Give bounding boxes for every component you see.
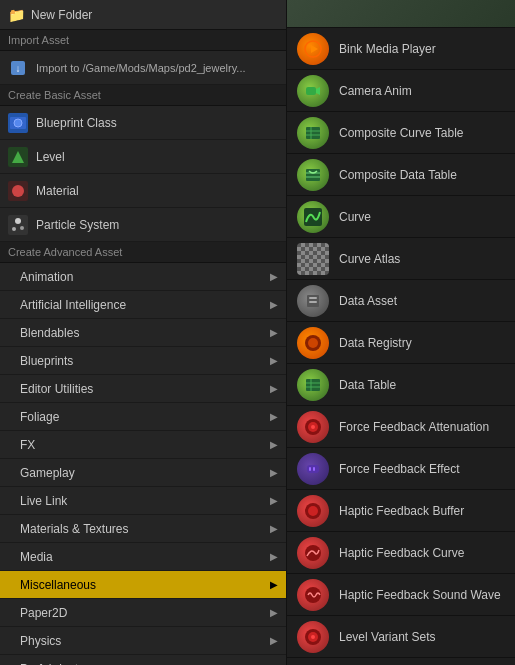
svg-rect-38 xyxy=(309,467,311,471)
editor-utilities-label: Editor Utilities xyxy=(20,382,270,396)
right-item-level-variant-sets[interactable]: Level Variant Sets xyxy=(287,616,515,658)
svg-point-10 xyxy=(12,227,16,231)
advanced-item-prefabricator[interactable]: Prefabricator ▶ xyxy=(0,655,286,665)
blueprint-label: Blueprint Class xyxy=(36,116,278,130)
data-asset-label: Data Asset xyxy=(339,294,397,308)
blendables-label: Blendables xyxy=(20,326,270,340)
svg-rect-27 xyxy=(309,301,317,303)
advanced-item-foliage[interactable]: Foliage ▶ xyxy=(0,403,286,431)
data-table-icon xyxy=(297,369,329,401)
level-variant-sets-icon xyxy=(297,621,329,653)
media-label: Media xyxy=(20,550,270,564)
import-icon: ↓ xyxy=(8,58,28,78)
import-asset-header: Import Asset xyxy=(0,30,286,51)
composite-data-table-label: Composite Data Table xyxy=(339,168,457,182)
camera-anim-icon xyxy=(297,75,329,107)
top-image-bar xyxy=(287,0,515,28)
advanced-item-miscellaneous[interactable]: Miscellaneous ▶ xyxy=(0,571,286,599)
composite-data-table-icon xyxy=(297,159,329,191)
force-feedback-attenuation-label: Force Feedback Attenuation xyxy=(339,420,489,434)
import-asset-item[interactable]: ↓ Import to /Game/Mods/Maps/pd2_jewelry.… xyxy=(0,51,286,85)
svg-point-46 xyxy=(311,635,315,639)
bink-media-player-label: Bink Media Player xyxy=(339,42,436,56)
left-panel: 📁 New Folder Import Asset ↓ Import to /G… xyxy=(0,0,287,665)
create-advanced-header: Create Advanced Asset xyxy=(0,242,286,263)
advanced-item-paper2d[interactable]: Paper2D ▶ xyxy=(0,599,286,627)
fx-label: FX xyxy=(20,438,270,452)
right-item-camera-anim[interactable]: Camera Anim xyxy=(287,70,515,112)
right-item-force-feedback-attenuation[interactable]: Force Feedback Attenuation xyxy=(287,406,515,448)
force-feedback-effect-icon xyxy=(297,453,329,485)
advanced-item-fx[interactable]: FX ▶ xyxy=(0,431,286,459)
data-registry-icon xyxy=(297,327,329,359)
blendables-arrow: ▶ xyxy=(270,327,278,338)
svg-point-11 xyxy=(15,218,21,224)
blueprints-label: Blueprints xyxy=(20,354,270,368)
create-basic-header: Create Basic Asset xyxy=(0,85,286,106)
material-label: Material xyxy=(36,184,278,198)
advanced-item-gameplay[interactable]: Gameplay ▶ xyxy=(0,459,286,487)
animation-label: Animation xyxy=(20,270,270,284)
right-item-data-asset[interactable]: Data Asset xyxy=(287,280,515,322)
particle-label: Particle System xyxy=(36,218,278,232)
basic-item-material[interactable]: Material xyxy=(0,174,286,208)
right-item-haptic-feedback-curve[interactable]: Haptic Feedback Curve xyxy=(287,532,515,574)
particle-icon xyxy=(8,215,28,235)
basic-item-level[interactable]: Level xyxy=(0,140,286,174)
svg-rect-17 xyxy=(306,127,320,139)
basic-item-blueprint[interactable]: Blueprint Class xyxy=(0,106,286,140)
advanced-item-materials-textures[interactable]: Materials & Textures ▶ xyxy=(0,515,286,543)
right-item-curve-atlas[interactable]: Curve Atlas xyxy=(287,238,515,280)
right-item-bink-media-player[interactable]: Bink Media Player xyxy=(287,28,515,70)
force-feedback-effect-label: Force Feedback Effect xyxy=(339,462,460,476)
blueprints-arrow: ▶ xyxy=(270,355,278,366)
right-item-data-table[interactable]: Data Table xyxy=(287,364,515,406)
haptic-feedback-sound-wave-icon xyxy=(297,579,329,611)
right-item-composite-curve-table[interactable]: Composite Curve Table xyxy=(287,112,515,154)
foliage-arrow: ▶ xyxy=(270,411,278,422)
force-feedback-attenuation-icon xyxy=(297,411,329,443)
basic-item-particle[interactable]: Particle System xyxy=(0,208,286,242)
advanced-item-ai[interactable]: Artificial Intelligence ▶ xyxy=(0,291,286,319)
right-item-composite-data-table[interactable]: Composite Data Table xyxy=(287,154,515,196)
live-link-label: Live Link xyxy=(20,494,270,508)
data-asset-icon xyxy=(297,285,329,317)
materials-textures-label: Materials & Textures xyxy=(20,522,270,536)
paper2d-arrow: ▶ xyxy=(270,607,278,618)
right-panel: Bink Media Player Camera Anim Composite … xyxy=(287,0,515,665)
advanced-item-blueprints[interactable]: Blueprints ▶ xyxy=(0,347,286,375)
new-folder-bar[interactable]: 📁 New Folder xyxy=(0,0,286,30)
right-item-haptic-feedback-buffer[interactable]: Haptic Feedback Buffer xyxy=(287,490,515,532)
advanced-item-live-link[interactable]: Live Link ▶ xyxy=(0,487,286,515)
data-table-label: Data Table xyxy=(339,378,396,392)
svg-point-29 xyxy=(308,338,318,348)
advanced-item-blendables[interactable]: Blendables ▶ xyxy=(0,319,286,347)
svg-rect-26 xyxy=(309,297,317,299)
fx-arrow: ▶ xyxy=(270,439,278,450)
advanced-item-physics[interactable]: Physics ▶ xyxy=(0,627,286,655)
haptic-feedback-buffer-label: Haptic Feedback Buffer xyxy=(339,504,464,518)
advanced-item-animation[interactable]: Animation ▶ xyxy=(0,263,286,291)
ai-arrow: ▶ xyxy=(270,299,278,310)
right-item-curve[interactable]: Curve xyxy=(287,196,515,238)
svg-point-41 xyxy=(308,506,318,516)
curve-label: Curve xyxy=(339,210,371,224)
materials-textures-arrow: ▶ xyxy=(270,523,278,534)
svg-point-43 xyxy=(305,587,321,603)
foliage-label: Foliage xyxy=(20,410,270,424)
advanced-item-media[interactable]: Media ▶ xyxy=(0,543,286,571)
prefabricator-label: Prefabricator xyxy=(20,662,270,666)
new-folder-label: New Folder xyxy=(31,8,92,22)
physics-arrow: ▶ xyxy=(270,635,278,646)
svg-point-42 xyxy=(305,545,321,561)
haptic-feedback-curve-label: Haptic Feedback Curve xyxy=(339,546,464,560)
right-item-force-feedback-effect[interactable]: Force Feedback Effect xyxy=(287,448,515,490)
svg-point-4 xyxy=(14,119,22,127)
bink-media-player-icon xyxy=(297,33,329,65)
svg-point-8 xyxy=(12,185,24,197)
right-item-haptic-feedback-sound-wave[interactable]: Haptic Feedback Sound Wave xyxy=(287,574,515,616)
right-item-data-registry[interactable]: Data Registry xyxy=(287,322,515,364)
gameplay-arrow: ▶ xyxy=(270,467,278,478)
advanced-item-editor-utilities[interactable]: Editor Utilities ▶ xyxy=(0,375,286,403)
level-variant-sets-label: Level Variant Sets xyxy=(339,630,436,644)
